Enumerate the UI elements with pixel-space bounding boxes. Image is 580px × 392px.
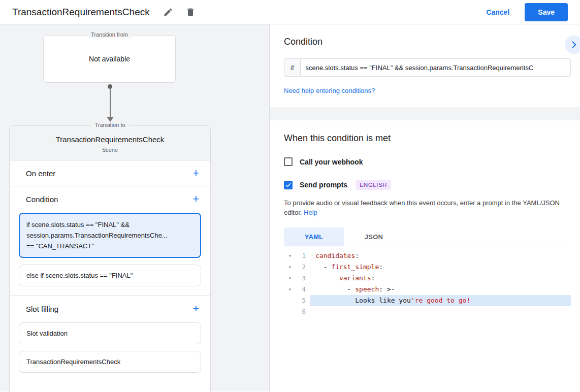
line-number: 2	[296, 262, 310, 273]
code-line[interactable]: ▾1candidates:	[284, 250, 571, 262]
detail-panel: Condition if Need help entering conditio…	[270, 24, 580, 391]
code-token-plain: :	[371, 274, 375, 282]
add-condition-button[interactable]: +	[192, 194, 199, 204]
code-text: variants:	[310, 273, 571, 284]
slot-card-validation[interactable]: Slot validation	[19, 322, 201, 344]
code-lines: ▾1candidates:▾2 - first_simple:▾3 varian…	[284, 250, 571, 317]
code-token-key: variants	[339, 274, 371, 282]
slot-cards: Slot validation TransactionRequirementsC…	[10, 321, 210, 382]
webhook-label: Call your webhook	[300, 158, 363, 166]
slot-filling-label: Slot filling	[26, 305, 58, 313]
slot-card-transaction[interactable]: TransactionRequirementsCheck	[19, 351, 201, 373]
section-divider-band	[270, 107, 580, 120]
condition-section-row[interactable]: Condition +	[10, 186, 210, 212]
line-number: 1	[296, 250, 310, 262]
editor-tabs: YAML JSON	[284, 227, 571, 246]
condition-section-label: Condition	[26, 195, 58, 204]
send-prompts-label: Send prompts	[300, 181, 347, 189]
app-root: TransactionRequirementsCheck Cancel Save…	[0, 0, 580, 391]
fold-arrow-icon[interactable]: ▾	[284, 262, 296, 273]
code-token-plain: :	[379, 263, 383, 271]
main-layout: Transition from Not available Transition…	[0, 24, 580, 391]
fold-spacer	[284, 306, 296, 317]
code-line[interactable]: 5 Looks like you're good to go!	[284, 295, 571, 306]
condition-card[interactable]: else if scene.slots.status == "FINAL"	[19, 265, 201, 286]
send-prompts-checkbox[interactable]	[284, 181, 293, 189]
code-editor[interactable]: ▾1candidates:▾2 - first_simple:▾3 varian…	[284, 246, 571, 391]
scene-subtitle: Scene	[16, 147, 204, 153]
condition-input-row: if	[284, 58, 571, 77]
on-enter-label: On enter	[26, 169, 55, 178]
conditions-help-link[interactable]: Need help entering conditions?	[284, 87, 375, 94]
add-slot-button[interactable]: +	[192, 304, 199, 314]
collapse-panel-button[interactable]	[565, 36, 580, 54]
tab-yaml[interactable]: YAML	[284, 227, 344, 246]
fold-arrow-icon[interactable]: ▾	[284, 273, 296, 284]
scene-title: TransactionRequirementsCheck	[16, 135, 204, 144]
fold-spacer	[284, 295, 296, 306]
line-number: 4	[296, 284, 310, 295]
if-label: if	[284, 58, 300, 77]
code-line[interactable]: ▾2 - first_simple:	[284, 262, 571, 273]
on-enter-row[interactable]: On enter +	[10, 160, 210, 186]
condition-heading: Condition	[284, 37, 571, 47]
send-prompts-row[interactable]: Send prompts ENGLISH	[284, 180, 571, 190]
webhook-row[interactable]: Call your webhook	[284, 157, 571, 166]
transition-to-card: Transition to TransactionRequirementsChe…	[9, 125, 211, 391]
condition-cards: if scene.slots.status == "FINAL" && sess…	[10, 212, 210, 296]
save-button[interactable]: Save	[525, 3, 568, 21]
code-token-key: first_simple	[331, 263, 379, 271]
scene-card-header[interactable]: TransactionRequirementsCheck Scene	[10, 126, 210, 160]
webhook-checkbox[interactable]	[284, 157, 293, 166]
code-line[interactable]: ▾3 variants:	[284, 273, 571, 284]
help-link[interactable]: Help	[304, 209, 317, 216]
code-text: - first_simple:	[310, 262, 571, 273]
editor-hint: To provide audio or visual feedback when…	[284, 198, 571, 217]
condition-met-section: When this condition is met Call your web…	[270, 120, 580, 391]
code-text: Looks like you're good to go!	[310, 295, 571, 306]
chevron-right-icon	[568, 39, 579, 50]
code-token-plain: Looks like you	[315, 297, 411, 304]
add-on-enter-button[interactable]: +	[192, 168, 199, 178]
trash-icon	[185, 7, 196, 17]
code-text	[310, 306, 571, 317]
transition-from-box[interactable]: Transition from Not available	[43, 35, 176, 83]
condition-card-selected[interactable]: if scene.slots.status == "FINAL" && sess…	[19, 213, 201, 258]
language-badge: ENGLISH	[356, 180, 391, 190]
transition-arrow-line	[110, 87, 111, 117]
code-token-string: 're good to go!	[411, 297, 470, 304]
fold-arrow-icon[interactable]: ▾	[284, 250, 296, 262]
code-line[interactable]: ▾4 - speech: >-	[284, 284, 571, 295]
code-token-plain: -	[315, 263, 331, 271]
line-number: 3	[296, 273, 310, 284]
transition-arrow-head-icon	[107, 117, 114, 122]
code-token-key: speech	[355, 285, 379, 293]
page-title: TransactionRequirementsCheck	[12, 7, 150, 18]
when-condition-heading: When this condition is met	[284, 133, 571, 144]
code-text: candidates:	[310, 250, 571, 262]
line-number: 5	[296, 295, 310, 306]
code-token-plain: :	[355, 252, 359, 259]
code-token-plain: -	[315, 285, 355, 293]
top-header: TransactionRequirementsCheck Cancel Save	[0, 0, 580, 24]
transition-from-label: Transition from	[87, 31, 132, 38]
scene-graph-panel: Transition from Not available Transition…	[0, 24, 270, 391]
line-number: 6	[296, 306, 310, 317]
delete-scene-button[interactable]	[183, 5, 198, 19]
code-token-plain: >-	[383, 285, 395, 293]
condition-section: Condition if Need help entering conditio…	[270, 24, 580, 107]
slot-filling-row[interactable]: Slot filling +	[10, 296, 210, 321]
transition-from-value: Not available	[89, 55, 130, 63]
code-text: - speech: >-	[310, 284, 571, 295]
code-token-plain	[315, 274, 339, 282]
code-token-key: candidates	[315, 252, 355, 259]
cancel-button[interactable]: Cancel	[486, 8, 509, 16]
code-token-plain: :	[379, 285, 383, 293]
edit-title-button[interactable]	[161, 5, 175, 19]
condition-expression-input[interactable]	[300, 58, 571, 77]
editor-hint-text: To provide audio or visual feedback when…	[284, 199, 560, 216]
code-line[interactable]: 6	[284, 306, 571, 317]
check-icon	[285, 182, 292, 188]
tab-json[interactable]: JSON	[344, 227, 404, 246]
fold-arrow-icon[interactable]: ▾	[284, 284, 296, 295]
